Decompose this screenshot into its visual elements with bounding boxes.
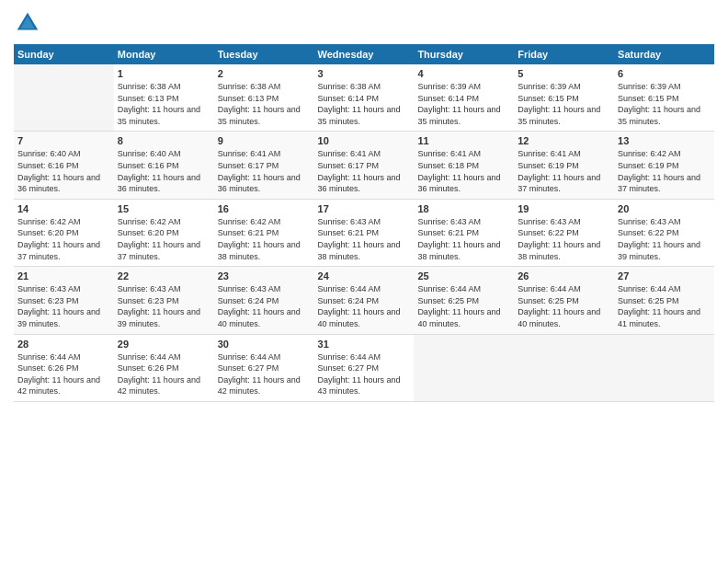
day-header-tuesday: Tuesday xyxy=(214,44,314,64)
logo-icon xyxy=(14,9,41,37)
day-number: 30 xyxy=(218,339,311,350)
day-number: 14 xyxy=(17,203,110,214)
day-number: 25 xyxy=(417,270,510,282)
day-header-wednesday: Wednesday xyxy=(314,44,415,64)
day-info: Sunrise: 6:38 AMSunset: 6:13 PMDaylight:… xyxy=(118,81,210,127)
day-cell: 1 Sunrise: 6:38 AMSunset: 6:13 PMDayligh… xyxy=(114,64,214,132)
week-row-1: 1 Sunrise: 6:38 AMSunset: 6:13 PMDayligh… xyxy=(14,64,714,132)
day-info: Sunrise: 6:43 AMSunset: 6:22 PMDaylight:… xyxy=(618,216,711,262)
day-info: Sunrise: 6:41 AMSunset: 6:17 PMDaylight:… xyxy=(218,148,311,194)
day-number: 31 xyxy=(318,339,411,350)
day-number: 28 xyxy=(17,339,110,350)
day-info: Sunrise: 6:41 AMSunset: 6:17 PMDaylight:… xyxy=(318,148,411,194)
day-number: 17 xyxy=(318,203,411,214)
logo xyxy=(14,9,45,37)
day-cell: 9 Sunrise: 6:41 AMSunset: 6:17 PMDayligh… xyxy=(214,132,314,199)
day-number: 5 xyxy=(518,68,610,79)
day-info: Sunrise: 6:44 AMSunset: 6:25 PMDaylight:… xyxy=(518,283,610,329)
day-cell: 27 Sunrise: 6:44 AMSunset: 6:25 PMDaylig… xyxy=(614,267,714,334)
day-cell: 3 Sunrise: 6:38 AMSunset: 6:14 PMDayligh… xyxy=(314,64,415,132)
day-number: 19 xyxy=(518,203,610,214)
day-cell: 26 Sunrise: 6:44 AMSunset: 6:25 PMDaylig… xyxy=(514,267,614,334)
day-info: Sunrise: 6:42 AMSunset: 6:20 PMDaylight:… xyxy=(17,216,110,262)
day-info: Sunrise: 6:40 AMSunset: 6:16 PMDaylight:… xyxy=(118,148,210,194)
day-number: 3 xyxy=(318,68,411,79)
day-info: Sunrise: 6:43 AMSunset: 6:21 PMDaylight:… xyxy=(318,216,411,262)
day-cell: 5 Sunrise: 6:39 AMSunset: 6:15 PMDayligh… xyxy=(514,64,614,132)
day-number: 13 xyxy=(618,135,711,146)
day-number: 7 xyxy=(17,135,110,146)
day-info: Sunrise: 6:44 AMSunset: 6:25 PMDaylight:… xyxy=(417,283,510,329)
day-info: Sunrise: 6:43 AMSunset: 6:22 PMDaylight:… xyxy=(518,216,610,262)
day-info: Sunrise: 6:39 AMSunset: 6:15 PMDaylight:… xyxy=(618,81,711,127)
day-cell: 21 Sunrise: 6:43 AMSunset: 6:23 PMDaylig… xyxy=(14,267,114,334)
day-number: 15 xyxy=(118,203,210,214)
day-cell: 8 Sunrise: 6:40 AMSunset: 6:16 PMDayligh… xyxy=(114,132,214,199)
day-cell: 6 Sunrise: 6:39 AMSunset: 6:15 PMDayligh… xyxy=(614,64,714,132)
day-number: 6 xyxy=(618,68,711,79)
day-cell: 31 Sunrise: 6:44 AMSunset: 6:27 PMDaylig… xyxy=(314,334,415,401)
day-number: 29 xyxy=(118,339,210,350)
day-cell: 28 Sunrise: 6:44 AMSunset: 6:26 PMDaylig… xyxy=(14,334,114,401)
day-info: Sunrise: 6:40 AMSunset: 6:16 PMDaylight:… xyxy=(17,148,110,194)
day-number: 11 xyxy=(417,135,510,146)
day-info: Sunrise: 6:44 AMSunset: 6:27 PMDaylight:… xyxy=(218,351,311,397)
day-cell: 18 Sunrise: 6:43 AMSunset: 6:21 PMDaylig… xyxy=(414,199,514,266)
day-cell: 7 Sunrise: 6:40 AMSunset: 6:16 PMDayligh… xyxy=(14,132,114,199)
day-number: 9 xyxy=(218,135,311,146)
day-cell: 10 Sunrise: 6:41 AMSunset: 6:17 PMDaylig… xyxy=(314,132,415,199)
day-number: 21 xyxy=(17,270,110,282)
day-cell: 12 Sunrise: 6:41 AMSunset: 6:19 PMDaylig… xyxy=(514,132,614,199)
day-info: Sunrise: 6:42 AMSunset: 6:19 PMDaylight:… xyxy=(618,148,711,194)
week-row-2: 7 Sunrise: 6:40 AMSunset: 6:16 PMDayligh… xyxy=(14,132,714,199)
day-info: Sunrise: 6:43 AMSunset: 6:23 PMDaylight:… xyxy=(17,283,110,329)
week-row-4: 21 Sunrise: 6:43 AMSunset: 6:23 PMDaylig… xyxy=(14,267,714,334)
day-cell: 11 Sunrise: 6:41 AMSunset: 6:18 PMDaylig… xyxy=(414,132,514,199)
day-cell xyxy=(614,334,714,401)
day-info: Sunrise: 6:43 AMSunset: 6:23 PMDaylight:… xyxy=(118,283,210,329)
day-number: 2 xyxy=(218,68,311,79)
week-row-5: 28 Sunrise: 6:44 AMSunset: 6:26 PMDaylig… xyxy=(14,334,714,401)
day-number: 22 xyxy=(118,270,210,282)
day-cell: 17 Sunrise: 6:43 AMSunset: 6:21 PMDaylig… xyxy=(314,199,415,266)
day-header-thursday: Thursday xyxy=(414,44,514,64)
day-number: 24 xyxy=(318,270,411,282)
week-row-3: 14 Sunrise: 6:42 AMSunset: 6:20 PMDaylig… xyxy=(14,199,714,266)
day-info: Sunrise: 6:44 AMSunset: 6:27 PMDaylight:… xyxy=(318,351,411,397)
day-cell: 13 Sunrise: 6:42 AMSunset: 6:19 PMDaylig… xyxy=(614,132,714,199)
day-info: Sunrise: 6:44 AMSunset: 6:24 PMDaylight:… xyxy=(318,283,411,329)
header xyxy=(14,9,714,37)
day-cell xyxy=(414,334,514,401)
day-cell: 15 Sunrise: 6:42 AMSunset: 6:20 PMDaylig… xyxy=(114,199,214,266)
day-info: Sunrise: 6:38 AMSunset: 6:13 PMDaylight:… xyxy=(218,81,311,127)
day-number: 16 xyxy=(218,203,311,214)
day-number: 27 xyxy=(618,270,711,282)
day-number: 12 xyxy=(518,135,610,146)
day-cell: 2 Sunrise: 6:38 AMSunset: 6:13 PMDayligh… xyxy=(214,64,314,132)
calendar-table: SundayMondayTuesdayWednesdayThursdayFrid… xyxy=(14,44,714,402)
day-number: 1 xyxy=(118,68,210,79)
day-number: 20 xyxy=(618,203,711,214)
day-info: Sunrise: 6:41 AMSunset: 6:19 PMDaylight:… xyxy=(518,148,610,194)
day-header-sunday: Sunday xyxy=(14,44,114,64)
day-number: 26 xyxy=(518,270,610,282)
day-cell xyxy=(14,64,114,132)
day-number: 18 xyxy=(417,203,510,214)
day-header-saturday: Saturday xyxy=(614,44,714,64)
page: SundayMondayTuesdayWednesdayThursdayFrid… xyxy=(0,0,728,563)
day-info: Sunrise: 6:42 AMSunset: 6:21 PMDaylight:… xyxy=(218,216,311,262)
day-cell xyxy=(514,334,614,401)
day-cell: 29 Sunrise: 6:44 AMSunset: 6:26 PMDaylig… xyxy=(114,334,214,401)
day-info: Sunrise: 6:41 AMSunset: 6:18 PMDaylight:… xyxy=(417,148,510,194)
day-info: Sunrise: 6:44 AMSunset: 6:25 PMDaylight:… xyxy=(618,283,711,329)
day-cell: 16 Sunrise: 6:42 AMSunset: 6:21 PMDaylig… xyxy=(214,199,314,266)
day-number: 4 xyxy=(417,68,510,79)
day-cell: 4 Sunrise: 6:39 AMSunset: 6:14 PMDayligh… xyxy=(414,64,514,132)
day-number: 10 xyxy=(318,135,411,146)
day-number: 8 xyxy=(118,135,210,146)
day-info: Sunrise: 6:44 AMSunset: 6:26 PMDaylight:… xyxy=(17,351,110,397)
day-info: Sunrise: 6:39 AMSunset: 6:14 PMDaylight:… xyxy=(417,81,510,127)
day-cell: 19 Sunrise: 6:43 AMSunset: 6:22 PMDaylig… xyxy=(514,199,614,266)
day-info: Sunrise: 6:42 AMSunset: 6:20 PMDaylight:… xyxy=(118,216,210,262)
day-cell: 14 Sunrise: 6:42 AMSunset: 6:20 PMDaylig… xyxy=(14,199,114,266)
